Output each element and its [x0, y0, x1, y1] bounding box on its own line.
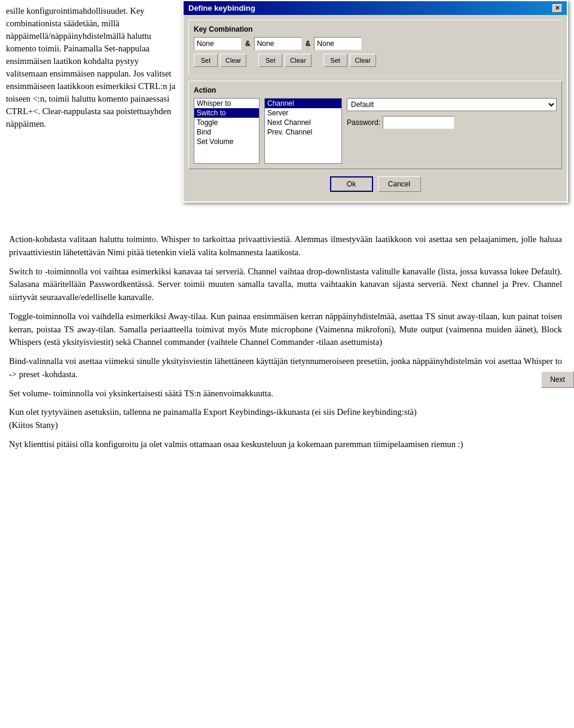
paragraph-4: Bind-valinnalla voi asettaa viimeksi sin… — [9, 355, 562, 381]
close-icon: ✕ — [555, 5, 560, 11]
action-item-whisper[interactable]: Whisper to — [194, 99, 259, 108]
key-combination-label: Key Combination — [194, 25, 557, 33]
dialog-titlebar: Define keybinding ✕ — [184, 1, 567, 15]
key3-input[interactable] — [314, 37, 362, 50]
set1-button[interactable]: Set — [194, 54, 218, 67]
dialog-title: Define keybinding — [188, 4, 255, 13]
next-button[interactable]: Next — [541, 371, 574, 388]
action-item-setvolume[interactable]: Set Volume — [194, 137, 259, 146]
action-list: Whisper to Switch to Toggle Bind Set Vol… — [194, 98, 259, 164]
channel-item-prev[interactable]: Prev. Channel — [265, 127, 341, 137]
password-label: Password: — [347, 118, 380, 127]
amp1: & — [244, 39, 252, 48]
default-dropdown-row: Default — [347, 98, 557, 111]
channel-list: Channel Server Next Channel Prev. Channe… — [264, 98, 342, 164]
left-column-text: esille konfigurointimahdollisuudet. Key … — [0, 0, 182, 135]
dialog-body: Key Combination & & Set Clear Set Clear … — [184, 15, 567, 201]
key-buttons-row: Set Clear Set Clear Set Clear — [194, 54, 557, 67]
action-label: Action — [194, 86, 557, 94]
action-item-bind[interactable]: Bind — [194, 127, 259, 137]
channel-item-server[interactable]: Server — [265, 108, 341, 118]
key-combination-row: & & — [194, 37, 557, 50]
password-input[interactable] — [383, 116, 454, 129]
clear1-button[interactable]: Clear — [220, 54, 246, 67]
cancel-button[interactable]: Cancel — [378, 176, 421, 192]
define-keybinding-dialog: Define keybinding ✕ Key Combination & & … — [182, 0, 568, 203]
action-item-switch[interactable]: Switch to — [194, 108, 259, 118]
microphone-text: microphone — [271, 325, 312, 334]
action-section: Action Whisper to Switch to Toggle Bind … — [188, 81, 562, 169]
set2-button[interactable]: Set — [258, 54, 282, 67]
channel-item-channel[interactable]: Channel — [265, 99, 341, 108]
key2-input[interactable] — [254, 37, 302, 50]
next-button-area: Next — [541, 371, 574, 388]
action-item-toggle[interactable]: Toggle — [194, 118, 259, 127]
paragraph-2: Switch to -toiminnolla voi vaihtaa esime… — [9, 265, 562, 304]
clear2-button[interactable]: Clear — [285, 54, 311, 67]
amp2: & — [304, 39, 312, 48]
left-column-content: esille konfigurointimahdollisuudet. Key … — [6, 6, 176, 129]
paragraph-3: Toggle-toiminnolla voi vaihdella esimerk… — [9, 310, 562, 349]
paragraph-5: Set volume- toiminnolla voi yksinkertais… — [9, 387, 562, 400]
dialog-footer: Ok Cancel — [188, 174, 562, 197]
paragraph-1: Action-kohdasta valitaan haluttu toimint… — [9, 233, 562, 259]
right-action-area: Default Password: — [347, 98, 557, 129]
password-row: Password: — [347, 116, 557, 129]
action-row: Whisper to Switch to Toggle Bind Set Vol… — [194, 98, 557, 164]
clear3-button[interactable]: Clear — [350, 54, 376, 67]
set3-button[interactable]: Set — [323, 54, 347, 67]
key-combination-section: Key Combination & & Set Clear Set Clear … — [188, 20, 562, 76]
default-dropdown[interactable]: Default — [347, 98, 557, 111]
dialog-close-button[interactable]: ✕ — [552, 4, 562, 13]
ok-button[interactable]: Ok — [330, 176, 373, 192]
paragraph-7: Nyt klienttisi pitäisi olla konfiguroitu… — [9, 438, 562, 451]
main-text-area: Action-kohdasta valitaan haluttu toimint… — [0, 227, 574, 463]
channel-item-next[interactable]: Next Channel — [265, 118, 341, 127]
paragraph-6: Kun olet tyytyväinen asetuksiin, tallenn… — [9, 406, 562, 432]
key1-input[interactable] — [194, 37, 242, 50]
